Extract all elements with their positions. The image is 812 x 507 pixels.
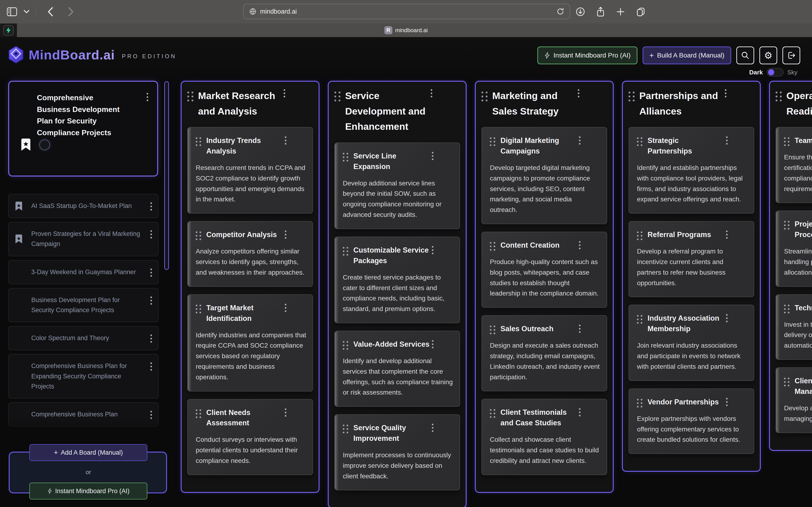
kanban-card[interactable]: Content Creation Produce high-quality co… (481, 232, 607, 308)
card-menu-kebab[interactable] (578, 240, 581, 250)
card-menu-kebab[interactable] (578, 135, 581, 146)
forward-button[interactable] (66, 6, 75, 17)
column-menu-kebab[interactable] (283, 88, 286, 98)
kanban-card[interactable]: Client Testimonials and Case Studies Col… (481, 399, 607, 475)
sign-out-button[interactable] (782, 47, 800, 64)
board-item-kebab[interactable] (149, 410, 153, 420)
instant-mindboard-button[interactable]: Instant Mindboard Pro (AI) (537, 47, 638, 64)
address-bar[interactable]: mindboard.ai (243, 4, 570, 19)
kanban-card[interactable]: Technology and Tools Invest in technolog… (775, 294, 812, 360)
add-board-button[interactable]: + Add A Board (Manual) (30, 444, 147, 461)
card-menu-kebab[interactable] (725, 313, 728, 323)
drag-handle-icon[interactable] (784, 221, 790, 230)
kanban-card[interactable]: Value-Added Services Identify and develo… (334, 331, 460, 407)
selected-board-card[interactable]: Comprehensive Business Development Plan … (8, 81, 158, 176)
board-item-kebab[interactable] (149, 361, 153, 372)
card-menu-kebab[interactable] (578, 407, 581, 417)
drag-handle-icon[interactable] (784, 137, 790, 146)
drag-handle-icon[interactable] (490, 326, 495, 334)
board-menu-kebab[interactable] (146, 92, 149, 102)
drag-handle-icon[interactable] (343, 341, 348, 350)
board-item-kebab[interactable] (149, 334, 153, 344)
kanban-card[interactable]: Digital Marketing Campaigns Develop targ… (481, 127, 607, 224)
card-menu-kebab[interactable] (725, 397, 728, 407)
drag-handle-icon[interactable] (343, 153, 348, 162)
kanban-card[interactable]: Referral Programs Develop a referral pro… (628, 221, 754, 297)
drag-handle-icon[interactable] (637, 137, 642, 146)
kanban-card[interactable]: Industry Trends Analysis Research curren… (187, 127, 313, 214)
kanban-card[interactable]: Target Market Identification Identify in… (187, 294, 313, 392)
back-button[interactable] (46, 6, 55, 17)
kanban-card[interactable]: Service Line Expansion Develop additiona… (334, 143, 460, 229)
active-tab[interactable]: R mindboard.ai (0, 23, 812, 37)
card-menu-kebab[interactable] (431, 151, 435, 161)
board-item-kebab[interactable] (149, 202, 153, 212)
column-menu-kebab[interactable] (430, 88, 433, 98)
kanban-card[interactable]: Client Needs Assessment Conduct surveys … (187, 399, 313, 475)
kanban-card[interactable]: Project Management Process Optimization … (775, 211, 812, 287)
reload-icon[interactable] (556, 7, 565, 16)
sidebar-board-item[interactable]: Proven Strategies for a Viral Marketing … (8, 222, 159, 256)
kanban-card[interactable]: Service Quality Improvement Implement pr… (334, 414, 460, 490)
drag-handle-icon[interactable] (775, 92, 782, 101)
settings-button[interactable]: ⚙ (759, 47, 777, 64)
kanban-card[interactable]: Customizable Service Packages Create tie… (334, 237, 460, 323)
sidebar-board-item[interactable]: Color Spectrum and Theory (8, 326, 159, 350)
search-button[interactable] (737, 47, 754, 64)
kanban-card[interactable]: Strategic Partnerships Identify and esta… (628, 127, 754, 214)
downloads-icon[interactable] (575, 7, 586, 17)
chevron-down-icon[interactable] (23, 10, 30, 14)
drag-handle-icon[interactable] (637, 315, 642, 324)
drag-handle-icon[interactable] (784, 378, 790, 386)
drag-handle-icon[interactable] (784, 305, 790, 313)
kanban-card[interactable]: Competitor Analysis Analyze competitors … (187, 221, 313, 287)
card-menu-kebab[interactable] (431, 339, 435, 349)
board-item-kebab[interactable] (149, 295, 153, 305)
sidebar-scrollbar[interactable] (164, 81, 169, 270)
drag-handle-icon[interactable] (196, 231, 201, 240)
card-menu-kebab[interactable] (284, 135, 287, 146)
kanban-card[interactable]: Industry Association Membership Join rel… (628, 305, 754, 381)
drag-handle-icon[interactable] (490, 137, 495, 146)
board-item-kebab[interactable] (149, 229, 153, 239)
drag-handle-icon[interactable] (490, 409, 495, 418)
card-menu-kebab[interactable] (284, 407, 287, 417)
kanban-card[interactable]: Client Project Management Develop a stru… (775, 368, 812, 433)
card-menu-kebab[interactable] (284, 303, 287, 313)
pinned-tab[interactable] (0, 23, 17, 37)
card-menu-kebab[interactable] (725, 230, 728, 240)
sidebar-board-item[interactable]: Business Development Plan for Security C… (8, 288, 159, 322)
sidebar-toggle-icon[interactable] (7, 7, 17, 16)
board-item-kebab[interactable] (149, 268, 153, 278)
column-menu-kebab[interactable] (577, 88, 580, 98)
tab-overview-icon[interactable] (635, 6, 646, 17)
new-tab-icon[interactable] (616, 7, 625, 17)
sidebar-board-item[interactable]: Comprehensive Business Plan (8, 402, 159, 427)
kanban-card[interactable]: Sales Outreach Design and execute a sale… (481, 315, 607, 391)
card-menu-kebab[interactable] (431, 423, 435, 433)
drag-handle-icon[interactable] (343, 247, 348, 256)
column-menu-kebab[interactable] (724, 88, 727, 98)
sidebar-board-item[interactable]: AI SaaS Startup Go-To-Market Plan (8, 194, 159, 218)
drag-handle-icon[interactable] (637, 399, 642, 407)
drag-handle-icon[interactable] (334, 92, 341, 101)
bookmark-icon[interactable] (20, 138, 31, 151)
kanban-card[interactable]: Team Certification Ensure the team holds… (775, 127, 812, 203)
theme-toggle[interactable] (767, 68, 783, 76)
drag-handle-icon[interactable] (196, 137, 201, 146)
footer-instant-button[interactable]: Instant Mindboard Pro (AI) (30, 483, 147, 500)
drag-handle-icon[interactable] (490, 242, 495, 251)
sidebar-board-item[interactable]: 3-Day Weekend in Guaymas Planner (8, 260, 159, 284)
drag-handle-icon[interactable] (637, 231, 642, 240)
drag-handle-icon[interactable] (628, 92, 635, 101)
card-menu-kebab[interactable] (725, 135, 728, 146)
drag-handle-icon[interactable] (196, 305, 201, 313)
sidebar-board-item[interactable]: Comprehensive Business Plan for Expandin… (8, 354, 159, 399)
drag-handle-icon[interactable] (481, 92, 488, 101)
build-board-button[interactable]: + Build A Board (Manual) (643, 47, 731, 64)
share-icon[interactable] (595, 6, 606, 17)
card-menu-kebab[interactable] (578, 324, 581, 334)
kanban-card[interactable]: Vendor Partnerships Explore partnerships… (628, 388, 754, 454)
drag-handle-icon[interactable] (196, 409, 201, 418)
drag-handle-icon[interactable] (187, 92, 193, 101)
